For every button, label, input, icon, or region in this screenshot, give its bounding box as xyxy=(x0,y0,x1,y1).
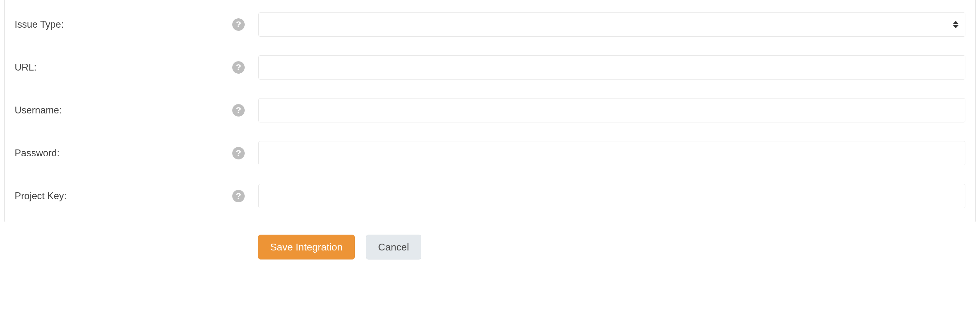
field-row-username: Username: ? xyxy=(14,98,966,122)
url-label: URL: xyxy=(14,62,232,73)
help-col: ? xyxy=(232,18,258,31)
username-label: Username: xyxy=(14,105,232,116)
password-label: Password: xyxy=(14,147,232,159)
issue-type-label: Issue Type: xyxy=(14,19,232,30)
cancel-button[interactable]: Cancel xyxy=(366,234,421,260)
help-icon[interactable]: ? xyxy=(232,190,245,202)
input-col xyxy=(258,55,966,79)
help-col: ? xyxy=(232,104,258,117)
username-input[interactable] xyxy=(258,98,966,122)
field-row-url: URL: ? xyxy=(14,55,966,79)
help-icon[interactable]: ? xyxy=(232,147,245,159)
help-icon[interactable]: ? xyxy=(232,18,245,31)
password-input[interactable] xyxy=(258,141,966,165)
help-col: ? xyxy=(232,190,258,202)
field-row-password: Password: ? xyxy=(14,141,966,165)
input-col xyxy=(258,141,966,165)
help-col: ? xyxy=(232,61,258,74)
project-key-label: Project Key: xyxy=(14,190,232,202)
input-col xyxy=(258,98,966,122)
help-icon[interactable]: ? xyxy=(232,104,245,117)
help-icon[interactable]: ? xyxy=(232,61,245,74)
form-button-row: Save Integration Cancel xyxy=(258,222,980,260)
input-col xyxy=(258,184,966,208)
integration-form-panel: Issue Type: ? URL: ? Username: ? xyxy=(4,0,976,222)
field-row-issue-type: Issue Type: ? xyxy=(14,13,966,36)
issue-type-select[interactable] xyxy=(258,13,966,36)
issue-type-select-wrapper xyxy=(258,13,966,36)
save-integration-button[interactable]: Save Integration xyxy=(258,234,355,260)
project-key-input[interactable] xyxy=(258,184,966,208)
field-row-project-key: Project Key: ? xyxy=(14,184,966,208)
url-input[interactable] xyxy=(258,55,966,79)
help-col: ? xyxy=(232,147,258,159)
input-col xyxy=(258,13,966,36)
